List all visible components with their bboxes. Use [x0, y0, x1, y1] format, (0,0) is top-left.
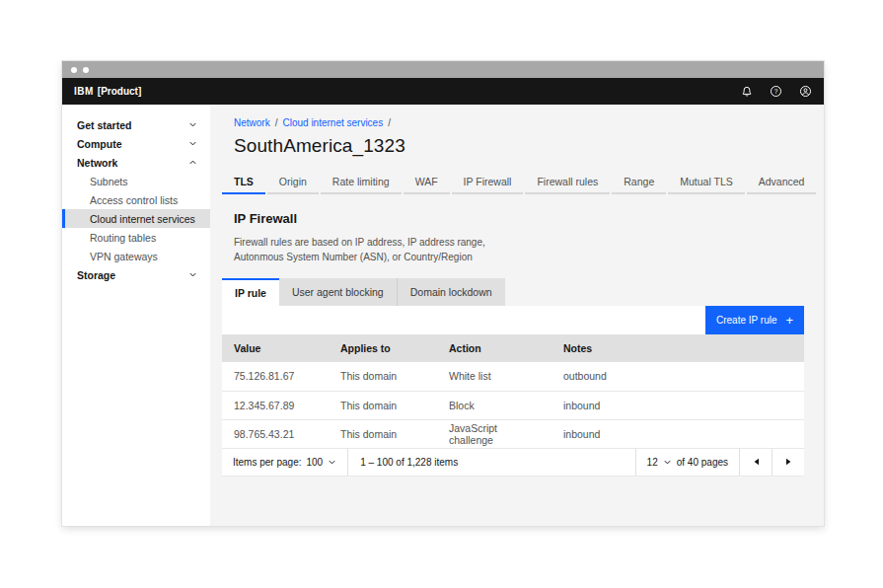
header-actions: ? — [740, 85, 812, 98]
section-description-line1: Firewall rules are based on IP address, … — [234, 237, 485, 248]
subtab-ip-rule[interactable]: IP rule — [222, 278, 279, 306]
caret-left-icon — [753, 458, 760, 466]
user-avatar-icon[interactable] — [799, 85, 812, 98]
tab-rate-limiting[interactable]: Rate limiting — [321, 172, 402, 194]
product-name: [Product] — [98, 86, 141, 97]
cell-action: White list — [437, 362, 552, 391]
sidebar-item-get-started[interactable]: Get started — [62, 115, 210, 134]
brand: IBM [Product] — [74, 86, 141, 97]
cell-notes: inbound — [552, 419, 804, 448]
table-row[interactable]: 12.345.67.89 This domain Block inbound — [222, 391, 804, 419]
cell-notes: inbound — [552, 391, 804, 419]
cell-value: 75.126.81.67 — [222, 362, 329, 391]
sidebar-item-routing-tables[interactable]: Routing tables — [62, 228, 210, 247]
subtab-bar: IP rule User agent blocking Domain lockd… — [222, 278, 804, 306]
next-page-button[interactable] — [772, 449, 804, 476]
chevron-down-icon — [188, 270, 197, 279]
sidebar-item-access-control-lists[interactable]: Access control lists — [62, 190, 210, 209]
create-ip-rule-label: Create IP rule — [716, 315, 777, 326]
section-description: Firewall rules are based on IP address, … — [234, 235, 804, 264]
breadcrumb-link-network[interactable]: Network — [234, 117, 270, 128]
sidebar-item-vpn-gateways[interactable]: VPN gateways — [62, 247, 210, 265]
sidebar-item-label: Get started — [77, 119, 188, 131]
app-window: IBM [Product] ? — [62, 61, 824, 526]
items-per-page-select[interactable]: Items per page: 100 — [222, 449, 348, 476]
section-description-line2: Autonmous System Number (ASN), or Countr… — [234, 252, 473, 262]
window-control-dot[interactable] — [83, 67, 89, 73]
sidebar-item-subnets[interactable]: Subnets — [62, 172, 210, 190]
breadcrumb-link-cloud-internet-services[interactable]: Cloud internet services — [282, 117, 383, 128]
page-number-value: 12 — [647, 457, 658, 468]
subtab-user-agent-blocking[interactable]: User agent blocking — [279, 278, 398, 306]
tab-firewall-rules[interactable]: Firewall rules — [525, 172, 610, 194]
tab-origin[interactable]: Origin — [267, 172, 319, 194]
tab-bar: TLS Origin Rate limiting WAF IP Firewall… — [222, 172, 818, 194]
cell-notes: outbound — [552, 362, 804, 391]
chevron-down-icon — [328, 458, 336, 467]
sidebar-item-label: VPN gateways — [90, 251, 158, 262]
ip-rules-table: Value Applies to Action Notes 75.126.81.… — [222, 334, 804, 449]
tab-range[interactable]: Range — [612, 172, 666, 194]
svg-text:?: ? — [774, 88, 778, 95]
caret-right-icon — [785, 458, 792, 466]
cell-action: Block — [437, 391, 552, 419]
cell-value: 12.345.67.89 — [222, 391, 329, 419]
sidebar-item-label: Compute — [77, 138, 188, 150]
os-titlebar[interactable] — [62, 61, 824, 78]
pagination-bar: Items per page: 100 1 – 100 of 1,228 ite… — [222, 449, 804, 477]
tab-waf[interactable]: WAF — [404, 172, 450, 194]
column-header-value: Value — [222, 334, 329, 362]
column-header-applies-to: Applies to — [329, 334, 437, 362]
help-icon[interactable]: ? — [770, 85, 782, 98]
screenshot-canvas: IBM [Product] ? — [0, 0, 883, 588]
sidebar-item-label: Subnets — [90, 176, 128, 187]
chevron-down-icon — [663, 458, 672, 467]
chevron-down-icon — [188, 120, 197, 129]
tab-ip-firewall[interactable]: IP Firewall — [452, 172, 524, 194]
subtab-domain-lockdown[interactable]: Domain lockdown — [398, 278, 505, 306]
table-toolbar: Create IP rule + — [222, 306, 804, 334]
pagination-range-text: 1 – 100 of 1,228 items — [348, 449, 634, 476]
sidebar-nav: Get started Compute Network Subnets Acce… — [62, 105, 210, 526]
window-body: Get started Compute Network Subnets Acce… — [62, 105, 824, 526]
tab-mutual-tls[interactable]: Mutual TLS — [668, 172, 745, 194]
cell-applies-to: This domain — [329, 419, 437, 448]
sidebar-item-storage[interactable]: Storage — [62, 265, 210, 284]
cell-value: 98.765.43.21 — [222, 419, 329, 448]
table-row[interactable]: 75.126.81.67 This domain White list outb… — [222, 362, 804, 391]
page-title: SouthAmerica_1323 — [234, 135, 804, 157]
sidebar-item-network[interactable]: Network — [62, 153, 210, 172]
table-row[interactable]: 98.765.43.21 This domain JavaScript chal… — [222, 419, 804, 448]
section-heading: IP Firewall — [234, 211, 804, 226]
table-header-row: Value Applies to Action Notes — [222, 334, 804, 362]
ip-rule-panel: Create IP rule + Value Applies to Action… — [222, 306, 804, 477]
page-number-select[interactable]: 12 of 40 pages — [635, 449, 739, 476]
sidebar-item-label: Cloud internet services — [90, 213, 195, 225]
window-control-dot[interactable] — [71, 67, 77, 73]
sidebar-item-cloud-internet-services[interactable]: Cloud internet services — [62, 209, 210, 228]
main-content: Network / Cloud internet services / Sout… — [210, 105, 824, 526]
sidebar-item-label: Access control lists — [90, 194, 178, 206]
breadcrumb: Network / Cloud internet services / — [234, 117, 804, 128]
cell-applies-to: This domain — [329, 362, 437, 391]
chevron-up-icon — [188, 158, 197, 167]
total-pages-text: of 40 pages — [677, 457, 728, 468]
sidebar-item-compute[interactable]: Compute — [62, 134, 210, 153]
sidebar-item-label: Routing tables — [90, 232, 156, 244]
items-per-page-value: 100 — [306, 457, 323, 468]
cell-action: JavaScript challenge — [437, 419, 552, 448]
app-header: IBM [Product] ? — [62, 78, 824, 105]
column-header-notes: Notes — [552, 334, 804, 362]
sidebar-item-label: Network — [77, 157, 188, 169]
items-per-page-label: Items per page: — [233, 457, 301, 468]
breadcrumb-separator: / — [388, 117, 391, 128]
plus-icon: + — [785, 314, 793, 327]
breadcrumb-separator: / — [275, 117, 278, 128]
tab-tls[interactable]: TLS — [222, 172, 265, 194]
create-ip-rule-button[interactable]: Create IP rule + — [705, 306, 804, 334]
bell-icon[interactable] — [740, 85, 753, 98]
previous-page-button[interactable] — [739, 449, 772, 476]
chevron-down-icon — [188, 139, 197, 148]
sidebar-item-label: Storage — [77, 269, 188, 281]
tab-advanced[interactable]: Advanced — [747, 172, 817, 194]
